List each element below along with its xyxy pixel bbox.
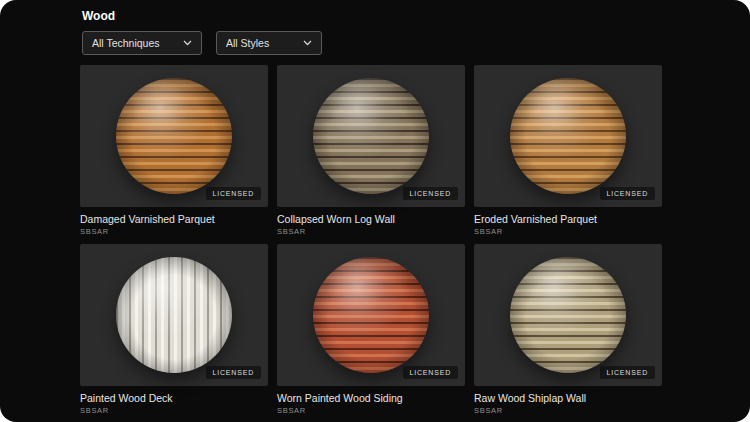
- material-card[interactable]: LICENSED Collapsed Worn Log Wall SBSAR: [277, 65, 465, 236]
- material-card[interactable]: LICENSED Raw Wood Shiplap Wall SBSAR: [474, 244, 662, 415]
- material-sphere-image: [510, 78, 626, 194]
- materials-grid: LICENSED Damaged Varnished Parquet SBSAR…: [80, 65, 734, 415]
- licensed-badge: LICENSED: [403, 366, 458, 379]
- material-sphere-image: [116, 257, 232, 373]
- material-format: SBSAR: [277, 406, 465, 415]
- page-title: Wood: [82, 10, 734, 23]
- material-card[interactable]: LICENSED Eroded Varnished Parquet SBSAR: [474, 65, 662, 236]
- content-area: Wood All Techniques All Styles LICENSED: [0, 0, 750, 415]
- styles-dropdown[interactable]: All Styles: [216, 31, 322, 55]
- licensed-badge: LICENSED: [600, 366, 655, 379]
- material-card[interactable]: LICENSED Worn Painted Wood Siding SBSAR: [277, 244, 465, 415]
- material-thumbnail[interactable]: LICENSED: [474, 65, 662, 207]
- material-title[interactable]: Worn Painted Wood Siding: [277, 392, 465, 404]
- assets-browser-panel: Wood All Techniques All Styles LICENSED: [0, 0, 750, 422]
- material-card[interactable]: LICENSED Damaged Varnished Parquet SBSAR: [80, 65, 268, 236]
- material-title[interactable]: Damaged Varnished Parquet: [80, 213, 268, 225]
- material-sphere-image: [313, 257, 429, 373]
- material-thumbnail[interactable]: LICENSED: [474, 244, 662, 386]
- material-format: SBSAR: [80, 406, 268, 415]
- material-format: SBSAR: [474, 406, 662, 415]
- material-thumbnail[interactable]: LICENSED: [80, 65, 268, 207]
- material-title[interactable]: Raw Wood Shiplap Wall: [474, 392, 662, 404]
- chevron-down-icon: [303, 40, 312, 46]
- chevron-down-icon: [183, 40, 192, 46]
- material-title[interactable]: Eroded Varnished Parquet: [474, 213, 662, 225]
- material-thumbnail[interactable]: LICENSED: [277, 244, 465, 386]
- licensed-badge: LICENSED: [403, 187, 458, 200]
- techniques-dropdown-value: All Techniques: [92, 37, 160, 49]
- material-title[interactable]: Painted Wood Deck: [80, 392, 268, 404]
- material-card[interactable]: LICENSED Painted Wood Deck SBSAR: [80, 244, 268, 415]
- licensed-badge: LICENSED: [206, 187, 261, 200]
- styles-dropdown-value: All Styles: [226, 37, 269, 49]
- material-sphere-image: [313, 78, 429, 194]
- techniques-dropdown[interactable]: All Techniques: [82, 31, 202, 55]
- licensed-badge: LICENSED: [206, 366, 261, 379]
- material-thumbnail[interactable]: LICENSED: [277, 65, 465, 207]
- licensed-badge: LICENSED: [600, 187, 655, 200]
- filter-bar: All Techniques All Styles: [82, 31, 734, 55]
- material-thumbnail[interactable]: LICENSED: [80, 244, 268, 386]
- material-title[interactable]: Collapsed Worn Log Wall: [277, 213, 465, 225]
- material-format: SBSAR: [80, 227, 268, 236]
- material-sphere-image: [116, 78, 232, 194]
- material-format: SBSAR: [277, 227, 465, 236]
- material-format: SBSAR: [474, 227, 662, 236]
- material-sphere-image: [510, 257, 626, 373]
